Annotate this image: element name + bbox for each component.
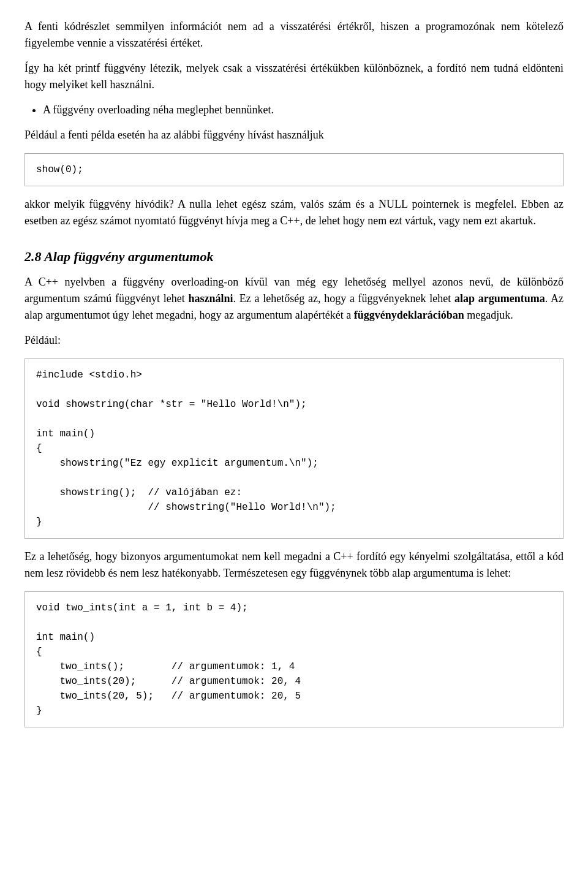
- p5-part4: megadjuk.: [464, 309, 513, 321]
- paragraph-3: Például a fenti példa esetén ha az alább…: [24, 127, 564, 143]
- paragraph-4: akkor melyik függvény hívódik? A nulla l…: [24, 196, 564, 229]
- paragraph-5: A C++ nyelvben a függvény overloading-on…: [24, 274, 564, 324]
- paragraph-6: Ez a lehetőség, hogy bizonyos argumentum…: [24, 548, 564, 582]
- section-heading: 2.8 Alap függvény argumentumok: [24, 246, 564, 267]
- code-block-2: #include <stdio.h> void showstring(char …: [24, 358, 564, 539]
- p5-part2: . Ez a lehetőség az, hogy a függvényekne…: [233, 292, 454, 305]
- p5-bold2: alap argumentuma: [454, 292, 545, 305]
- paragraph-1: A fenti kódrészlet semmilyen információt…: [24, 18, 564, 51]
- peldul-label: Például:: [24, 332, 564, 349]
- section-number: 2.8: [24, 249, 42, 264]
- p5-bold3: függvénydeklarációban: [354, 309, 464, 321]
- code-block-3: void two_ints(int a = 1, int b = 4); int…: [24, 591, 564, 727]
- bullet-item-1: A függvény overloading néha meglephet be…: [43, 102, 564, 118]
- bullet-list: A függvény overloading néha meglephet be…: [43, 102, 564, 118]
- code-block-1: show(0);: [24, 153, 564, 186]
- paragraph-2: Így ha két printf függvény létezik, mely…: [24, 60, 564, 93]
- p5-bold: használni: [189, 292, 233, 305]
- section-title-text: Alap függvény argumentumok: [44, 249, 213, 264]
